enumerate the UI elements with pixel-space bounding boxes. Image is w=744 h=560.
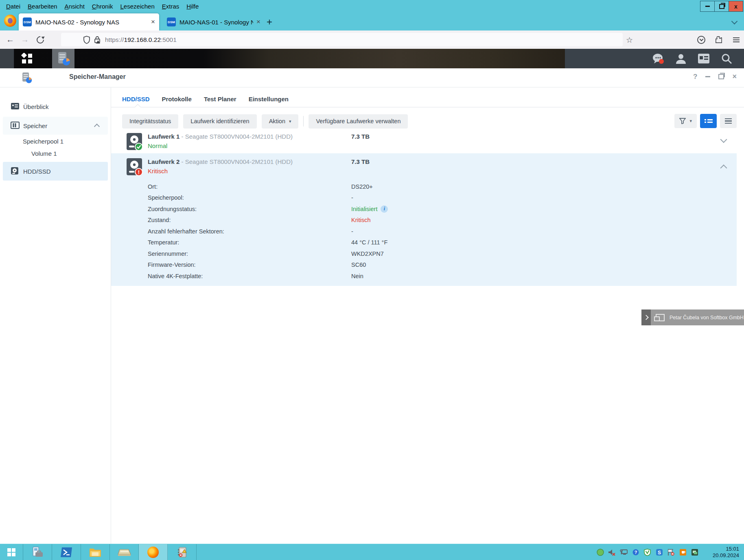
tab-close-icon[interactable]: × [256, 18, 260, 26]
health-status-button[interactable]: Integritätsstatus [122, 114, 178, 129]
firefox-logo-icon [4, 15, 16, 27]
close-button[interactable]: × [732, 72, 737, 81]
restore-button[interactable] [718, 74, 724, 79]
tab-close-icon[interactable]: × [151, 18, 155, 26]
taskbar-file-explorer[interactable] [81, 544, 110, 560]
collapse-chevron-icon[interactable] [720, 165, 727, 172]
new-tab-button[interactable]: + [267, 17, 272, 27]
sidebar-item-speicherpool-1[interactable]: Speicherpool 1 [3, 135, 108, 147]
search-icon[interactable] [720, 52, 733, 65]
reload-button[interactable] [33, 31, 47, 49]
detail-row-speicherpool: Speicherpool: - [148, 192, 737, 204]
pocket-icon[interactable] [694, 31, 708, 49]
taskbar-scanner[interactable] [110, 544, 139, 560]
tray-help-icon[interactable]: ? [632, 548, 639, 556]
expand-chevron-icon[interactable] [720, 136, 727, 143]
dsm-desktop-bar [0, 49, 744, 68]
tray-volume-muted-icon[interactable] [608, 548, 616, 556]
tab-protokolle[interactable]: Protokolle [162, 96, 192, 102]
taskbar-firefox[interactable] [139, 544, 168, 560]
url-bar[interactable]: https://192.168.0.22:5001 [61, 33, 623, 46]
menu-datei[interactable]: Datei [2, 3, 24, 10]
dsm-show-desktop-strip[interactable] [0, 49, 14, 68]
drive-row-1[interactable]: Laufwerk 1 - Seagate ST8000VN004-2M2101 … [111, 128, 737, 153]
tab-einstellungen[interactable]: Einstellungen [249, 96, 289, 102]
manage-available-drives-button[interactable]: Verfügbare Laufwerke verwalten [309, 114, 408, 129]
tray-network-icon[interactable] [620, 548, 628, 556]
menu-hilfe[interactable]: Hilfe [183, 3, 202, 10]
tray-s-app-icon[interactable]: S [655, 548, 663, 556]
list-view-icon [705, 118, 713, 124]
help-button[interactable]: ? [693, 73, 697, 81]
drive-status: Kritisch [148, 168, 168, 174]
forward-button[interactable]: → [18, 31, 32, 49]
sidebar-item-volume-1[interactable]: Volume 1 [3, 147, 108, 159]
browser-close-button[interactable]: x [729, 1, 743, 12]
detail-row-temperatur: Temperatur: 44 °C / 111 °F [148, 237, 737, 248]
url-host: 192.168.0.22 [124, 36, 161, 43]
menu-lesezeichen[interactable]: Lesezeichen [117, 3, 158, 10]
detail-row-zuordnungsstatus: Zuordnungsstatus: Initialisiert i [148, 203, 737, 215]
browser-restore-button[interactable] [714, 1, 729, 12]
list-view-toggle[interactable] [700, 114, 717, 128]
dsm-main-menu-icon[interactable] [20, 53, 36, 66]
minimize-button[interactable] [705, 76, 710, 77]
bookmark-star-icon[interactable]: ☆ [626, 35, 633, 45]
sidebar: Überblick Speicher Speicherpool 1 Volume… [0, 87, 111, 544]
window-header[interactable]: Speicher-Manager ? × [0, 68, 744, 87]
dsm-favicon: DSM [23, 17, 32, 26]
remote-session-overlay[interactable]: Petar Čubela von Softbox GmbH [641, 309, 744, 325]
firefox-chrome: Datei Bearbeiten Ansicht Chronik Lesezei… [0, 0, 744, 31]
sidebar-item-hdd-ssd[interactable]: HDD/SSD [3, 162, 108, 181]
dsm-taskbar-storage-manager[interactable] [52, 49, 74, 68]
identify-drive-button[interactable]: Laufwerk identifizieren [183, 114, 256, 129]
compact-view-toggle[interactable] [720, 114, 737, 128]
action-dropdown-button[interactable]: Aktion▾ [262, 114, 299, 129]
taskbar-device-manager[interactable] [23, 544, 52, 560]
app-menu-hamburger-icon[interactable] [729, 31, 743, 49]
widgets-panel-icon[interactable] [698, 52, 710, 65]
menu-chronik[interactable]: Chronik [88, 3, 117, 10]
collapse-chevron-icon[interactable] [94, 124, 100, 129]
info-icon[interactable]: i [381, 205, 388, 213]
tray-softbox-icon[interactable] [596, 548, 604, 556]
overlay-expand-chevron-icon[interactable] [641, 309, 651, 325]
user-account-icon[interactable] [675, 52, 687, 65]
tray-remote-screens-icon[interactable] [691, 548, 698, 556]
tab-test-planer[interactable]: Test Planer [204, 96, 236, 102]
filter-button[interactable]: ▾ [674, 114, 697, 128]
svg-text:?: ? [634, 550, 637, 555]
sidebar-item-speicher[interactable]: Speicher [3, 117, 108, 135]
restore-icon [719, 4, 724, 9]
menu-bearbeiten[interactable]: Bearbeiten [24, 3, 61, 10]
menu-extras[interactable]: Extras [158, 3, 183, 10]
toolbar-separator [303, 116, 304, 126]
browser-tab-2[interactable]: DSM MAIO-NAS-01 - Synology NAS × [163, 13, 265, 31]
drive-status: Normal [148, 142, 167, 149]
taskbar-contacts-warning[interactable] [168, 544, 197, 560]
tab-hdd-ssd[interactable]: HDD/SSD [122, 96, 150, 102]
tray-flag-alert-icon[interactable] [667, 548, 675, 556]
extensions-puzzle-icon[interactable] [711, 31, 725, 49]
browser-minimize-button[interactable] [700, 1, 715, 12]
browser-tab-1[interactable]: DSM MAIO-NAS-02 - Synology NAS × [19, 13, 159, 31]
storage-manager-icon [57, 51, 70, 66]
tray-antivirus-shield-icon[interactable] [643, 548, 651, 556]
taskbar-powershell[interactable] [52, 544, 81, 560]
drive-row-2[interactable]: ! Laufwerk 2 - Seagate ST8000VN004-2M210… [111, 153, 737, 286]
lock-warning-icon[interactable] [94, 36, 101, 44]
menu-ansicht[interactable]: Ansicht [61, 3, 88, 10]
window-title: Speicher-Manager [69, 73, 126, 81]
start-button[interactable] [0, 544, 23, 560]
back-button[interactable]: ← [3, 31, 17, 49]
caret-down-icon: ▾ [289, 119, 291, 124]
tab-title: MAIO-NAS-01 - Synology NAS [179, 19, 253, 26]
sidebar-item-ueberblick[interactable]: Überblick [3, 98, 108, 115]
tracking-shield-icon[interactable] [83, 36, 90, 44]
taskbar-clock[interactable]: 15:01 20.09.2024 [702, 544, 744, 560]
sidebar-item-label: Volume 1 [31, 150, 57, 157]
tab-list-chevron-icon[interactable] [732, 18, 737, 25]
url-text: https://192.168.0.22:5001 [105, 36, 177, 44]
tray-java-update-icon[interactable] [679, 548, 687, 556]
notifications-icon[interactable] [652, 52, 664, 65]
